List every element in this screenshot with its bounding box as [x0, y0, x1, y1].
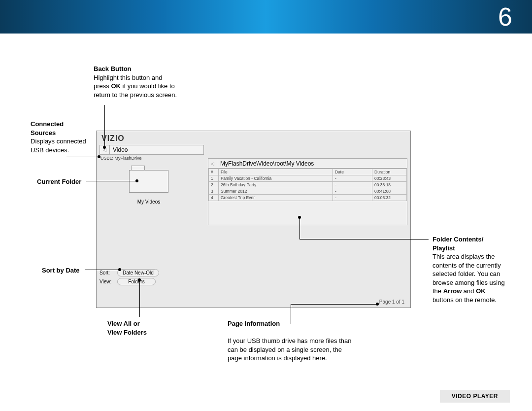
sort-key: Sort: — [100, 270, 117, 275]
screenshot-video-player: VIZIO ◁ Video USB1: MyFlashDrive My Vide… — [96, 131, 411, 308]
leader-line — [86, 181, 136, 181]
page-info-text: Page 1 of 1 — [379, 299, 404, 305]
file-table: # File Date Duration 1Family Vacation - … — [208, 169, 407, 201]
table-header-row: # File Date Duration — [209, 169, 407, 175]
leader-line — [299, 239, 429, 240]
header-band: 6 — [0, 0, 532, 34]
page-caption: VIDEO PLAYER — [440, 390, 510, 403]
table-row[interactable]: 3Summer 2012-00:41:08 — [209, 188, 407, 195]
usb-source-label[interactable]: USB1: MyFlashDrive — [100, 155, 204, 161]
callout-current-folder: Current Folder — [37, 177, 81, 186]
sort-view-controls: Sort: Date New-Old View: Folders — [100, 269, 204, 287]
video-category-row[interactable]: ◁ Video — [100, 145, 204, 155]
callout-connected-sources: Connected Sources Displays connected USB… — [31, 120, 90, 154]
page-content: Back Button Highlight this button and pr… — [0, 34, 532, 411]
breadcrumb-path: MyFlashDrive\Video\root\My Videos — [217, 160, 314, 167]
callout-back-button: Back Button Highlight this button and pr… — [94, 65, 177, 99]
leader-line — [66, 157, 99, 157]
current-folder-icon[interactable] — [129, 166, 168, 193]
leader-dot — [118, 268, 121, 271]
leader-dot — [98, 155, 100, 158]
leader-line — [291, 304, 377, 305]
breadcrumb-row[interactable]: ◁ MyFlashDrive\Video\root\My Videos — [208, 159, 407, 169]
callout-title: Back Button — [94, 65, 132, 72]
folder-contents-panel: ◁ MyFlashDrive\Video\root\My Videos # Fi… — [208, 158, 407, 225]
view-key: View: — [100, 279, 117, 284]
current-folder-name: My Videos — [100, 199, 198, 205]
leader-dot — [376, 303, 379, 306]
callout-sort-by-date: Sort by Date — [42, 266, 80, 275]
leader-dot — [135, 179, 138, 182]
leader-line — [85, 270, 119, 270]
leader-line — [299, 217, 300, 239]
sidebar: ◁ Video USB1: MyFlashDrive My Videos — [100, 145, 204, 210]
leader-line — [139, 280, 140, 317]
table-row[interactable]: 1Family Vacation - California-00:23:43 — [209, 175, 407, 182]
leader-dot — [138, 278, 141, 281]
vizio-logo: VIZIO — [101, 134, 125, 143]
leader-line — [291, 304, 291, 324]
chapter-number: 6 — [498, 2, 512, 32]
category-label: Video — [110, 146, 128, 153]
leader-dot — [103, 146, 106, 149]
table-row[interactable]: 226th Birthday Party-00:38:18 — [209, 182, 407, 188]
table-row[interactable]: 4Greatest Trip Ever-00:05:32 — [209, 195, 407, 201]
callout-folder-contents: Folder Contents/ Playlist This area disp… — [432, 235, 506, 304]
leader-line — [104, 105, 105, 147]
callout-page-info: Page Information If your USB thumb drive… — [228, 319, 356, 363]
sort-value-pill[interactable]: Date New-Old — [117, 269, 159, 276]
callout-view-all: View All or View Folders — [107, 319, 147, 337]
view-value-pill[interactable]: Folders — [117, 278, 156, 285]
breadcrumb-back-icon[interactable]: ◁ — [208, 159, 217, 168]
